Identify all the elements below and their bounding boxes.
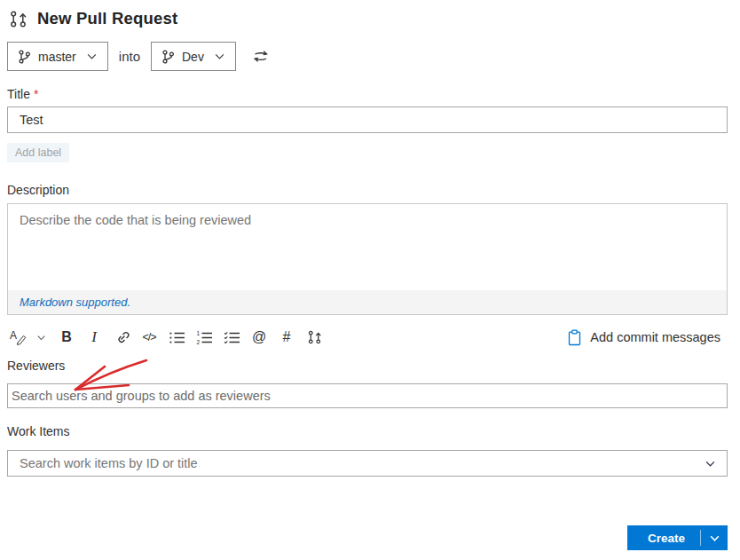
add-label-button[interactable]: Add label <box>7 143 69 162</box>
add-commit-messages-button[interactable]: Add commit messages <box>567 329 720 346</box>
git-branch-icon <box>161 50 175 64</box>
new-pull-request-page: New Pull Request master into <box>0 0 740 560</box>
clipboard-icon <box>567 329 582 346</box>
git-branch-icon <box>18 50 31 64</box>
mention-button[interactable]: @ <box>248 327 270 348</box>
link-icon[interactable] <box>111 327 132 348</box>
italic-button[interactable]: I <box>83 327 105 348</box>
bold-button[interactable]: B <box>56 327 77 348</box>
work-items-combobox <box>7 450 728 477</box>
create-options-chevron[interactable] <box>701 532 728 544</box>
chevron-down-icon[interactable] <box>35 327 47 348</box>
reviewers-input[interactable] <box>7 383 728 408</box>
create-split-button: Create <box>627 525 728 550</box>
svg-text:2: 2 <box>196 339 200 345</box>
target-branch-label: Dev <box>182 50 204 64</box>
page-title: New Pull Request <box>37 9 177 28</box>
description-textarea[interactable] <box>8 204 727 290</box>
add-commit-messages-label: Add commit messages <box>590 330 720 344</box>
reviewers-label: Reviewers <box>7 359 728 373</box>
svg-text:1: 1 <box>196 330 200 336</box>
code-button[interactable]: </> <box>138 327 160 348</box>
required-marker: * <box>34 87 38 101</box>
title-input[interactable] <box>7 106 728 133</box>
work-item-ref-button[interactable]: # <box>276 327 297 348</box>
check-list-icon[interactable] <box>221 327 242 348</box>
description-label: Description <box>7 183 728 197</box>
branch-selector-row: master into Dev <box>7 42 728 71</box>
chevron-down-icon <box>86 51 98 62</box>
swap-arrows-icon[interactable] <box>252 50 270 63</box>
source-branch-dropdown[interactable]: master <box>7 42 108 71</box>
chevron-down-icon <box>214 51 225 62</box>
pull-request-icon <box>9 10 28 28</box>
source-branch-label: master <box>38 50 76 64</box>
create-button[interactable]: Create <box>627 532 700 545</box>
into-label: into <box>119 49 140 64</box>
markdown-bar: Markdown supported. <box>8 290 727 314</box>
markdown-supported-link[interactable]: Markdown supported. <box>20 296 130 309</box>
work-items-input[interactable] <box>7 450 728 477</box>
work-items-label: Work Items <box>7 424 728 438</box>
formatting-toolbar: A B I </> <box>7 326 728 349</box>
title-label: Title* <box>7 87 728 101</box>
target-branch-dropdown[interactable]: Dev <box>151 42 236 71</box>
text-format-pen-icon[interactable]: A <box>7 327 28 348</box>
bullet-list-icon[interactable] <box>166 327 187 348</box>
description-editor: Markdown supported. <box>7 203 728 315</box>
numbered-list-icon[interactable]: 1 2 <box>193 327 215 348</box>
page-header: New Pull Request <box>9 9 728 28</box>
svg-text:A: A <box>10 329 17 342</box>
pull-request-icon[interactable] <box>303 327 325 348</box>
